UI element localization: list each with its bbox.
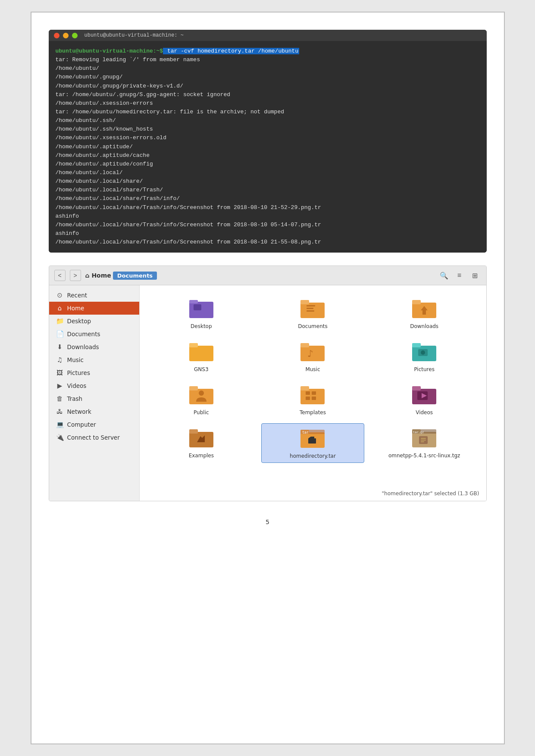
sidebar-item-pictures[interactable]: 🖼 Pictures: [49, 366, 139, 379]
page-wrapper: ubuntu@ubuntu-virtual-machine: ~ ubuntu@…: [31, 12, 505, 744]
svg-rect-13: [189, 343, 198, 347]
downloads-icon: ⬇: [56, 343, 64, 351]
main-content: Desktop Documents: [140, 285, 486, 501]
file-item-downloads[interactable]: Downloads: [373, 294, 476, 333]
svg-point-23: [199, 390, 204, 396]
sidebar-item-home[interactable]: ⌂ Home: [49, 302, 139, 315]
sidebar-item-videos[interactable]: ▶ Videos: [49, 379, 139, 392]
computer-icon: 💻: [56, 421, 64, 428]
sidebar-label-documents: Documents: [67, 331, 100, 337]
svg-rect-3: [194, 304, 201, 310]
filemanager-window: < > ⌂ Home Documents 🔍 ≡ ⊞ ⊙ Recent: [49, 266, 487, 501]
svg-rect-31: [412, 386, 421, 390]
sidebar-label-music: Music: [67, 356, 84, 363]
svg-rect-7: [307, 308, 313, 309]
sidebar-label-pictures: Pictures: [67, 369, 90, 376]
videos-folder-icon: [412, 384, 436, 408]
sidebar-item-connect[interactable]: 🔌 Connect to Server: [49, 431, 139, 444]
sidebar-item-downloads[interactable]: ⬇ Downloads: [49, 341, 139, 353]
status-bar: "homedirectory.tar" selected (1.3 GB): [382, 490, 479, 497]
terminal-title: ubuntu@ubuntu-virtual-machine: ~: [84, 32, 184, 38]
examples-folder-icon: [189, 427, 213, 451]
list-view-button[interactable]: ≡: [454, 269, 466, 281]
terminal-command: tar -cvf homedirectory.tar /home/ubuntu: [163, 48, 299, 54]
downloads-folder-icon: [412, 297, 436, 322]
grid-view-button[interactable]: ⊞: [469, 269, 481, 281]
file-item-omnetpp-tgz[interactable]: tar.gz omnetpp-5.4.1-src-linux.tgz: [373, 423, 476, 463]
file-label-public: Public: [194, 409, 209, 415]
file-item-desktop[interactable]: Desktop: [150, 294, 253, 333]
svg-rect-26: [306, 391, 310, 395]
sidebar-item-desktop[interactable]: 📁 Desktop: [49, 315, 139, 328]
svg-point-20: [421, 350, 425, 355]
tgz-file-icon: tar.gz: [412, 427, 436, 451]
terminal-window: ubuntu@ubuntu-virtual-machine: ~ ubuntu@…: [49, 30, 487, 253]
music-folder-icon: ♪: [300, 341, 325, 365]
sidebar-label-desktop: Desktop: [67, 318, 91, 325]
breadcrumb-sub[interactable]: Documents: [113, 272, 157, 280]
file-label-music: Music: [305, 366, 320, 372]
svg-rect-6: [307, 305, 315, 306]
terminal-minimize-btn[interactable]: [63, 33, 69, 38]
desktop-icon: 📁: [56, 317, 64, 325]
documents-folder-icon: [300, 297, 325, 322]
file-label-homedirectory-tar: homedirectory.tar: [290, 453, 336, 459]
sidebar-item-network[interactable]: 🖧 Network: [49, 405, 139, 418]
terminal-maximize-btn[interactable]: [72, 33, 78, 38]
file-item-templates[interactable]: Templates: [261, 380, 364, 419]
svg-rect-25: [300, 386, 309, 390]
sidebar-label-network: Network: [67, 408, 91, 415]
file-item-gns3[interactable]: GNS3: [150, 337, 253, 376]
sidebar-item-trash[interactable]: 🗑 Trash: [49, 392, 139, 405]
terminal-close-btn[interactable]: [54, 33, 59, 38]
file-item-documents[interactable]: Documents: [261, 294, 364, 333]
file-label-examples: Examples: [189, 453, 214, 459]
sidebar-label-connect: Connect to Server: [67, 434, 120, 441]
back-button[interactable]: <: [54, 270, 66, 281]
svg-rect-8: [307, 310, 314, 312]
file-label-gns3: GNS3: [194, 366, 209, 372]
svg-text:tar: tar: [302, 431, 309, 434]
terminal-body: ubuntu@ubuntu-virtual-machine:~$ tar -cv…: [49, 41, 487, 253]
svg-rect-2: [189, 300, 198, 303]
file-grid: Desktop Documents: [150, 294, 476, 463]
documents-icon: 📄: [56, 330, 64, 338]
file-item-homedirectory-tar[interactable]: tar homedirectory.tar: [261, 423, 364, 463]
svg-rect-28: [306, 397, 310, 400]
search-button[interactable]: 🔍: [438, 269, 450, 281]
tar-file-icon: tar: [300, 427, 325, 451]
sidebar-item-documents[interactable]: 📄 Documents: [49, 328, 139, 341]
pictures-icon: 🖼: [56, 369, 64, 377]
filemanager-header: < > ⌂ Home Documents 🔍 ≡ ⊞: [49, 266, 486, 285]
file-item-videos[interactable]: Videos: [373, 380, 476, 419]
svg-rect-48: [421, 438, 426, 439]
sidebar-label-computer: Computer: [67, 421, 96, 428]
sidebar-label-recent: Recent: [67, 292, 88, 299]
status-text: "homedirectory.tar" selected (1.3 GB): [382, 490, 479, 497]
svg-rect-50: [421, 441, 424, 442]
file-item-public[interactable]: Public: [150, 380, 253, 419]
desktop-folder-icon: [189, 297, 213, 322]
network-icon: 🖧: [56, 408, 64, 415]
sidebar-item-music[interactable]: ♫ Music: [49, 353, 139, 366]
page-num-text: 5: [266, 519, 269, 525]
forward-button[interactable]: >: [70, 270, 81, 281]
music-icon: ♫: [56, 356, 64, 364]
file-item-music[interactable]: ♪ Music: [261, 337, 364, 376]
file-item-pictures[interactable]: Pictures: [373, 337, 476, 376]
filemanager-body: ⊙ Recent ⌂ Home 📁 Desktop 📄 Documents ⬇: [49, 285, 486, 501]
svg-rect-27: [312, 391, 316, 395]
sidebar-item-recent[interactable]: ⊙ Recent: [49, 289, 139, 302]
breadcrumb-home[interactable]: ⌂ Home: [85, 272, 111, 279]
sidebar-item-computer[interactable]: 💻 Computer: [49, 418, 139, 431]
file-item-examples[interactable]: Examples: [150, 423, 253, 463]
svg-text:♪: ♪: [307, 348, 313, 359]
file-label-videos: Videos: [416, 409, 433, 415]
svg-rect-49: [421, 440, 426, 440]
sidebar-label-videos: Videos: [67, 382, 87, 389]
svg-rect-41: [308, 438, 316, 444]
file-label-downloads: Downloads: [410, 323, 438, 329]
sidebar-label-trash: Trash: [67, 395, 83, 402]
file-label-omnetpp-tgz: omnetpp-5.4.1-src-linux.tgz: [388, 453, 460, 459]
sidebar-label-downloads: Downloads: [67, 344, 99, 350]
